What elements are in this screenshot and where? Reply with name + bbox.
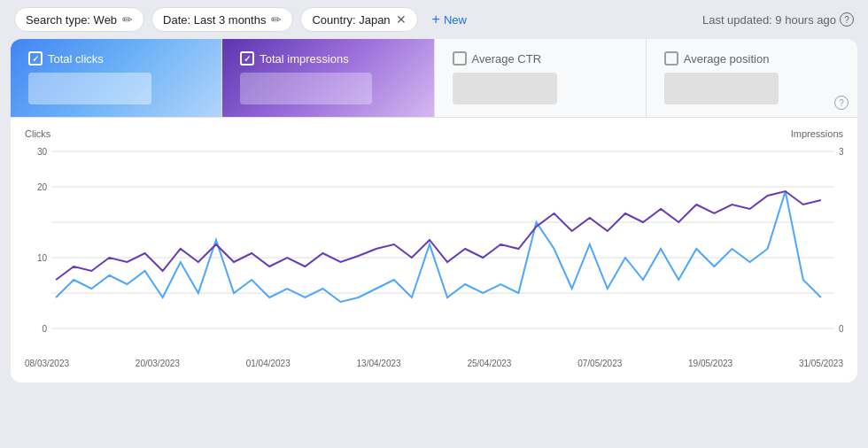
close-icon: ✕ bbox=[396, 12, 407, 27]
edit-icon-2: ✏ bbox=[271, 12, 282, 27]
tab-ctr-bar bbox=[453, 73, 628, 104]
checkbox-average-position[interactable] bbox=[664, 51, 678, 66]
svg-text:0: 0 bbox=[839, 324, 843, 334]
svg-text:30: 30 bbox=[37, 147, 48, 157]
tab-average-position[interactable]: Average position ? bbox=[647, 39, 857, 117]
x-label-1: 20/03/2023 bbox=[136, 359, 180, 368]
checkbox-total-impressions[interactable] bbox=[240, 51, 254, 66]
tab-average-ctr[interactable]: Average CTR bbox=[435, 39, 647, 117]
edit-icon: ✏ bbox=[122, 12, 133, 27]
tab-total-impressions-label: Total impressions bbox=[260, 52, 348, 66]
tab-total-impressions[interactable]: Total impressions bbox=[222, 39, 434, 117]
tab-position-bar bbox=[664, 73, 840, 104]
svg-text:30: 30 bbox=[839, 147, 843, 157]
chart-container: 30 20 10 0 30 0 bbox=[25, 143, 843, 355]
tab-impressions-bar bbox=[240, 73, 415, 104]
plus-icon: + bbox=[432, 12, 440, 27]
checkbox-average-ctr[interactable] bbox=[453, 51, 467, 66]
x-label-3: 13/04/2023 bbox=[357, 359, 401, 368]
tab-clicks-bar bbox=[28, 73, 204, 104]
tab-average-ctr-label: Average CTR bbox=[472, 52, 542, 66]
filter-country[interactable]: Country: Japan ✕ bbox=[300, 7, 417, 32]
last-updated-text: Last updated: 9 hours ago bbox=[702, 13, 836, 27]
top-bar: Search type: Web ✏ Date: Last 3 months ✏… bbox=[0, 0, 868, 39]
left-axis-label: Clicks bbox=[25, 128, 50, 139]
chart-svg: 30 20 10 0 30 0 bbox=[25, 143, 843, 355]
x-label-7: 31/05/2023 bbox=[799, 359, 843, 368]
help-icon: ? bbox=[840, 12, 854, 27]
right-axis-label: Impressions bbox=[791, 128, 843, 139]
filter-country-label: Country: Japan bbox=[312, 13, 390, 27]
x-label-6: 19/05/2023 bbox=[688, 359, 732, 368]
question-icon-position[interactable]: ? bbox=[834, 96, 849, 110]
tab-total-clicks[interactable]: Total clicks bbox=[11, 39, 222, 117]
impressions-line bbox=[56, 191, 821, 280]
filter-search-type[interactable]: Search type: Web ✏ bbox=[14, 7, 144, 32]
x-label-0: 08/03/2023 bbox=[25, 359, 69, 368]
new-button-label: New bbox=[444, 13, 467, 27]
filter-date-range-label: Date: Last 3 months bbox=[163, 13, 266, 27]
clicks-line bbox=[56, 191, 821, 302]
svg-text:20: 20 bbox=[37, 182, 48, 192]
main-card: Total clicks Total impressions Average C… bbox=[11, 39, 857, 382]
metric-tabs: Total clicks Total impressions Average C… bbox=[11, 39, 857, 118]
filter-search-type-label: Search type: Web bbox=[26, 13, 117, 27]
svg-text:10: 10 bbox=[37, 253, 48, 263]
x-label-2: 01/04/2023 bbox=[246, 359, 291, 368]
svg-text:0: 0 bbox=[43, 324, 48, 334]
x-label-5: 07/05/2023 bbox=[577, 359, 622, 368]
new-filter-button[interactable]: + New bbox=[425, 7, 474, 32]
x-label-4: 25/04/2023 bbox=[467, 359, 511, 368]
chart-axes-labels: Clicks Impressions bbox=[25, 128, 843, 139]
tab-average-position-label: Average position bbox=[684, 52, 770, 66]
checkbox-total-clicks[interactable] bbox=[28, 51, 43, 66]
chart-area: Clicks Impressions 30 20 10 0 30 0 bbox=[11, 118, 857, 382]
tab-total-clicks-label: Total clicks bbox=[48, 52, 104, 66]
last-updated: Last updated: 9 hours ago ? bbox=[702, 12, 854, 27]
filter-date-range[interactable]: Date: Last 3 months ✏ bbox=[151, 7, 293, 32]
x-axis-labels: 08/03/2023 20/03/2023 01/04/2023 13/04/2… bbox=[25, 359, 843, 368]
